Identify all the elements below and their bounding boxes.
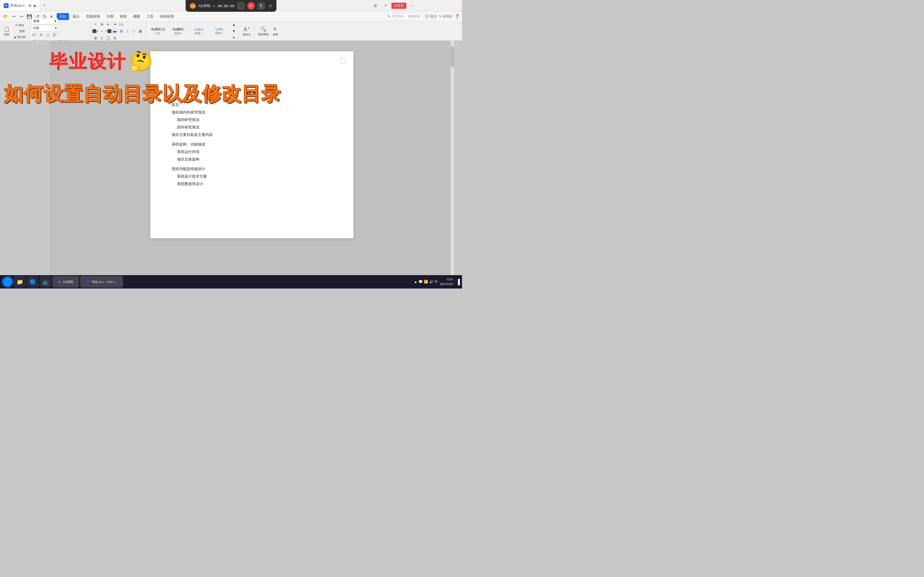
ribbon-group-styles: AaBbCcI 正文 AaBbC 标题 1 AaBb( 标题 2 AaBb( 标… [147, 23, 255, 39]
menu-special[interactable]: 特色应用 [157, 13, 176, 20]
annotation-btn[interactable]: 💬 批注 [425, 14, 437, 19]
undo-icon[interactable]: ↩ [11, 13, 17, 19]
sys-tray: ▲ 💬 📶 🔊 中 [414, 279, 438, 284]
font-size-select[interactable]: 小四 ▾ [31, 25, 58, 31]
shading-btn[interactable]: ▧ [137, 28, 143, 34]
left-margin [0, 40, 50, 280]
table-btn[interactable]: ⊞ [92, 35, 99, 41]
find-replace-btn[interactable]: 🔍 查找替换 [257, 26, 270, 37]
shape-btn[interactable]: ◯ [105, 35, 111, 41]
menu-reference[interactable]: 引用 [104, 13, 116, 20]
align-left-btn[interactable]: ⬛≡ [92, 28, 99, 34]
menu-tools[interactable]: 工具 [144, 13, 156, 20]
font-size-down-btn[interactable]: A⁻ [39, 32, 45, 37]
taskbar-aq[interactable]: ● AQ录制 [52, 276, 79, 288]
login-button[interactable]: 未登录 [391, 3, 406, 9]
tab-controls: ✕ [29, 4, 36, 7]
tray-sound[interactable]: 🔊 [429, 280, 433, 284]
sync-icon: ↻ [439, 15, 442, 18]
taskbar-time[interactable]: 9:56 2023/4/28 [439, 277, 452, 286]
recording-bar: AQ AQ录制 ● 00:00:09 ⬛ ⏸ 🎙 ✕ [186, 0, 276, 12]
pause-btn[interactable]: ⏸ [247, 2, 255, 10]
paste-btn[interactable]: 📋 粘贴 [2, 26, 11, 37]
menu-layout[interactable]: 页面布局 [83, 13, 103, 20]
style-heading1[interactable]: AaBbC 标题 1 [169, 26, 188, 37]
style-heading3[interactable]: AaBb( 标题 3 [210, 26, 228, 36]
scrollbar[interactable] [451, 40, 454, 280]
sync-btn[interactable]: ↻ 未同步 [439, 14, 452, 19]
indent-increase-btn[interactable]: ⇥ [112, 21, 118, 27]
taskbar-wps[interactable]: W 毕说.docx - WPS 2... [80, 276, 123, 288]
cut-btn[interactable]: ✂剪切 [12, 23, 27, 28]
phonetic-btn[interactable]: 文⁺ [51, 32, 59, 38]
styles-scroll-down[interactable]: ▼ [231, 28, 237, 34]
scrollbar-thumb[interactable] [451, 46, 454, 67]
show-desktop-btn[interactable]: ▐ [454, 279, 460, 285]
doc-scroll-area[interactable]: 目录 前言 项目国内外研究情况 国内研究情况 国外研究情况 项目主要目标及主要内… [50, 40, 454, 280]
indent-decrease-btn[interactable]: ⇤ [105, 21, 111, 27]
tray-lang[interactable]: 中 [435, 279, 438, 284]
font-selector: 宋体 ▾ 小四 ▾ [31, 18, 58, 31]
tray-expand[interactable]: ▲ [414, 280, 417, 284]
select-btn[interactable]: ↖ 选择 [271, 26, 279, 37]
style-heading2[interactable]: AaBb( 标题 2 [189, 26, 208, 37]
menu-view[interactable]: 视图 [131, 13, 143, 20]
align-right-btn[interactable]: ≡⬛ [105, 28, 111, 34]
style-normal[interactable]: AaBbCcI 正文 [149, 26, 167, 37]
window-icon-1[interactable]: ⊞ [371, 2, 380, 9]
formula-btn[interactable]: Σ [99, 35, 105, 41]
styles-expand[interactable]: ▾ [231, 35, 237, 40]
menu-bar: 📂 ↩ ↪ 💾 ↺ ↻ ▾ 开始 插入 页面布局 引用 审阅 视图 工具 特色应… [0, 11, 462, 22]
share-icon[interactable]: ↗ [381, 2, 390, 9]
justify-btn[interactable]: ▬ [112, 28, 118, 34]
format-brush-btn[interactable]: 🖌格式刷 [12, 34, 27, 40]
column-layout-btn[interactable]: ⊟ [118, 28, 124, 34]
unordered-list-btn[interactable]: ≡ [92, 21, 99, 27]
styles-scroll-up[interactable]: ▲ [231, 22, 237, 28]
search-icon: 🔍 [387, 15, 391, 18]
copy-btn[interactable]: 📄复制 [12, 29, 27, 34]
title-tab[interactable]: W 毕说.docx ✕ [0, 0, 40, 11]
font-size-up-btn[interactable]: A⁺ [31, 32, 38, 37]
help-btn[interactable]: ❓ [454, 14, 460, 19]
toc-item-3: 项目主要目标及主要内容 [172, 131, 332, 139]
clear-format-btn[interactable]: ◇ [46, 32, 51, 37]
toc-item-2: 国外研究情况 [172, 124, 332, 131]
taskbar-start[interactable]: 🌐 [2, 276, 13, 287]
doc-area: 目录 前言 项目国内外研究情况 国内研究情况 国外研究情况 项目主要目标及主要内… [0, 40, 462, 280]
ribbon-group-find: 🔍 查找替换 ↖ 选择 [257, 23, 282, 39]
date-display: 2023/4/28 [439, 282, 452, 286]
minimize-button[interactable]: — [408, 2, 417, 9]
taskbar-aq-icon: ● [58, 279, 61, 284]
text-wrap-btn[interactable]: ⊟ [112, 35, 118, 41]
tab-close-small[interactable]: ✕ [34, 4, 36, 7]
new-style-btn[interactable]: A⁺ 新样式 [241, 25, 252, 37]
redo-icon[interactable]: ↪ [18, 13, 24, 19]
open-icon[interactable]: 📂 [2, 13, 10, 19]
screen-capture-btn[interactable]: ⬛ [237, 2, 245, 10]
tray-net[interactable]: 📶 [424, 280, 428, 284]
search-box[interactable]: 🔍 查找命令、搜索模板 [384, 13, 423, 20]
graduation-title-overlay: 毕业设计 🤔 [50, 50, 153, 73]
mic-btn[interactable]: 🎙 [257, 2, 265, 10]
align-center-btn[interactable]: ≡ [99, 28, 105, 34]
tray-msg[interactable]: 💬 [418, 280, 423, 284]
taskbar-files[interactable]: 📁 [14, 276, 26, 288]
taskbar-ie[interactable]: 🔵 [27, 276, 39, 288]
menu-start[interactable]: 开始 [57, 13, 69, 20]
ordered-list-btn[interactable]: ≣ [99, 21, 105, 27]
tab-pin[interactable] [29, 4, 31, 7]
line-spacing-btn[interactable]: ↕ [124, 28, 131, 34]
font-name-select[interactable]: 宋体 ▾ [31, 18, 58, 24]
menu-insert[interactable]: 插入 [70, 13, 82, 20]
taskbar-media[interactable]: 📺 [40, 276, 51, 288]
border-btn[interactable]: □ [131, 28, 137, 34]
menu-review[interactable]: 审阅 [117, 13, 129, 20]
toc-group-2: 系统架构、功能描述 系统运行环境 项目总体架构 [172, 141, 332, 163]
sort-btn[interactable]: ↕A [118, 21, 124, 27]
add-tab-button[interactable]: + [41, 2, 48, 9]
recording-close-btn[interactable]: ✕ [269, 3, 272, 8]
subtitle-text: 如何设置自动目录以及修改目录 [2, 83, 462, 105]
ribbon-group-para: ≡ ≣ ⇤ ⇥ ↕A ⬛≡ ≡ ≡⬛ ▬ ⊟ ↕ □ ▧ ⊞ Σ ◯ ⊟ [92, 23, 146, 39]
aq-logo: AQ [190, 3, 196, 9]
